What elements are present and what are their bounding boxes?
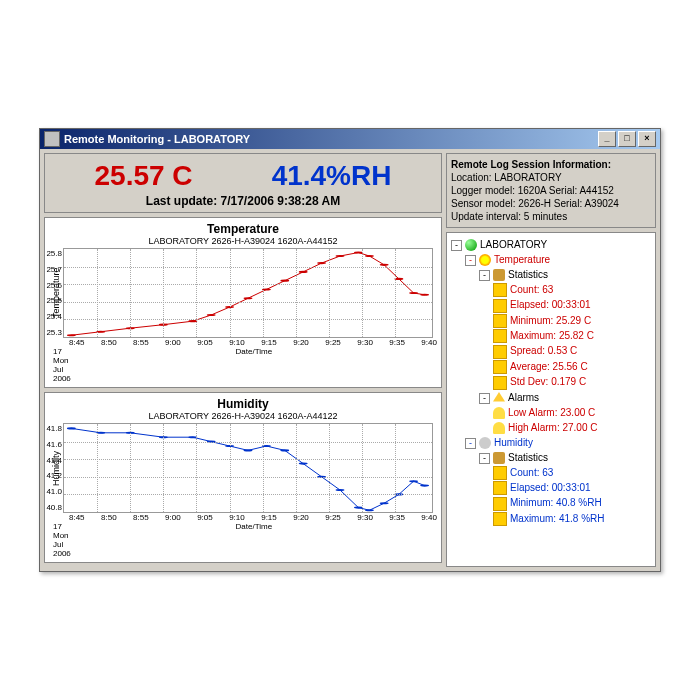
collapse-icon[interactable]: -	[479, 453, 490, 464]
humidity-reading: 41.4%RH	[272, 160, 392, 192]
info-interval: Update interval: 5 minutes	[451, 210, 651, 223]
svg-point-17	[409, 292, 418, 294]
tree-hum-statistics[interactable]: -Statistics	[451, 450, 651, 465]
humidity-plot[interactable]: 41.841.641.441.241.040.8	[63, 423, 433, 513]
stat-elapsed-hum[interactable]: Elapsed: 00:33:01	[451, 480, 651, 495]
svg-point-5	[207, 314, 216, 316]
yticks-hum: 41.841.641.441.241.040.8	[42, 424, 62, 512]
tree-temp-alarms[interactable]: -Alarms	[451, 390, 651, 405]
yticks-temp: 25.825.725.625.525.425.3	[42, 249, 62, 337]
bell-icon	[493, 422, 505, 434]
cloud-icon	[479, 437, 491, 449]
svg-point-18	[420, 294, 429, 296]
last-update-label: Last update: 7/17/2006 9:38:28 AM	[55, 194, 431, 208]
svg-point-0	[67, 334, 76, 336]
xticks-temp: 8:458:508:559:009:059:109:159:209:259:30…	[49, 338, 437, 347]
stat-count-hum[interactable]: Count: 63	[451, 465, 651, 480]
session-info-panel: Remote Log Session Information: Location…	[446, 153, 656, 228]
xlabel-temp: Date/Time	[71, 347, 437, 383]
alarm-low[interactable]: Low Alarm: 23.00 C	[451, 405, 651, 420]
close-button[interactable]: ×	[638, 131, 656, 147]
stat-count[interactable]: Count: 63	[451, 282, 651, 297]
alarm-icon	[493, 392, 505, 404]
stat-average[interactable]: Average: 25.56 C	[451, 359, 651, 374]
svg-point-15	[380, 264, 389, 266]
app-icon	[44, 131, 60, 147]
svg-point-14	[365, 255, 374, 257]
svg-point-9	[280, 280, 289, 282]
stat-icon	[493, 360, 507, 374]
maximize-button[interactable]: □	[618, 131, 636, 147]
stat-stddev[interactable]: Std Dev: 0.179 C	[451, 374, 651, 389]
chart-title-hum: Humidity	[49, 397, 437, 411]
gear-icon	[493, 269, 505, 281]
globe-icon	[465, 239, 477, 251]
alarm-high[interactable]: High Alarm: 27.00 C	[451, 420, 651, 435]
svg-point-7	[244, 297, 253, 299]
svg-point-34	[380, 502, 389, 504]
stat-minimum[interactable]: Minimum: 25.29 C	[451, 313, 651, 328]
chart-subtitle-temp: LABORATORY 2626-H-A39024 1620A-A44152	[49, 236, 437, 246]
chart-subtitle-hum: LABORATORY 2626-H-A39024 1620A-A44122	[49, 411, 437, 421]
date-stamp-hum: 17 Mon Jul 2006	[53, 522, 71, 558]
collapse-icon[interactable]: -	[451, 240, 462, 251]
sun-icon	[479, 254, 491, 266]
stat-icon	[493, 345, 507, 359]
collapse-icon[interactable]: -	[465, 438, 476, 449]
temperature-chart-panel: Temperature LABORATORY 2626-H-A39024 162…	[44, 217, 442, 388]
stat-elapsed[interactable]: Elapsed: 00:33:01	[451, 297, 651, 312]
stat-icon	[493, 283, 507, 297]
svg-point-10	[299, 271, 308, 273]
svg-point-28	[280, 449, 289, 451]
temp-points-svg	[64, 249, 432, 337]
left-pane: 25.57 C 41.4%RH Last update: 7/17/2006 9…	[44, 153, 442, 567]
stat-icon	[493, 512, 507, 526]
stat-icon	[493, 466, 507, 480]
minimize-button[interactable]: _	[598, 131, 616, 147]
humidity-chart-panel: Humidity LABORATORY 2626-H-A39024 1620A-…	[44, 392, 442, 563]
stat-icon	[493, 481, 507, 495]
svg-point-29	[299, 463, 308, 465]
info-header: Remote Log Session Information:	[451, 158, 651, 171]
stat-maximum[interactable]: Maximum: 25.82 C	[451, 328, 651, 343]
stat-icon	[493, 314, 507, 328]
hum-points-svg	[64, 424, 432, 512]
temperature-reading: 25.57 C	[95, 160, 193, 192]
svg-point-31	[336, 489, 345, 491]
info-logger: Logger model: 1620A Serial: A44152	[451, 184, 651, 197]
stat-icon	[493, 329, 507, 343]
collapse-icon[interactable]: -	[479, 393, 490, 404]
stat-icon	[493, 497, 507, 511]
chart-title-temp: Temperature	[49, 222, 437, 236]
tree-humidity[interactable]: -Humidity	[451, 435, 651, 450]
svg-point-33	[365, 509, 374, 511]
info-sensor: Sensor model: 2626-H Serial: A39024	[451, 197, 651, 210]
svg-point-36	[409, 480, 418, 482]
titlebar[interactable]: Remote Monitoring - LABORATORY _ □ ×	[40, 129, 660, 149]
xlabel-hum: Date/Time	[71, 522, 437, 558]
stat-minimum-hum[interactable]: Minimum: 40.8 %RH	[451, 495, 651, 510]
svg-point-19	[67, 427, 76, 429]
collapse-icon[interactable]: -	[479, 270, 490, 281]
stat-icon	[493, 376, 507, 390]
svg-point-26	[244, 449, 253, 451]
tree-panel[interactable]: -LABORATORY -Temperature -Statistics Cou…	[446, 232, 656, 567]
tree-temp-statistics[interactable]: -Statistics	[451, 267, 651, 282]
stat-icon	[493, 299, 507, 313]
window-title: Remote Monitoring - LABORATORY	[64, 133, 250, 145]
info-location: Location: LABORATORY	[451, 171, 651, 184]
stat-maximum-hum[interactable]: Maximum: 41.8 %RH	[451, 511, 651, 526]
tree-temperature[interactable]: -Temperature	[451, 252, 651, 267]
app-window: Remote Monitoring - LABORATORY _ □ × 25.…	[39, 128, 661, 572]
collapse-icon[interactable]: -	[465, 255, 476, 266]
gear-icon	[493, 452, 505, 464]
bell-icon	[493, 407, 505, 419]
date-stamp-temp: 17 Mon Jul 2006	[53, 347, 71, 383]
stat-spread[interactable]: Spread: 0.53 C	[451, 343, 651, 358]
temperature-plot[interactable]: 25.825.725.625.525.425.3	[63, 248, 433, 338]
svg-point-37	[420, 485, 429, 487]
reading-panel: 25.57 C 41.4%RH Last update: 7/17/2006 9…	[44, 153, 442, 213]
xticks-hum: 8:458:508:559:009:059:109:159:209:259:30…	[49, 513, 437, 522]
tree-root[interactable]: -LABORATORY	[451, 237, 651, 252]
svg-point-11	[317, 262, 326, 264]
